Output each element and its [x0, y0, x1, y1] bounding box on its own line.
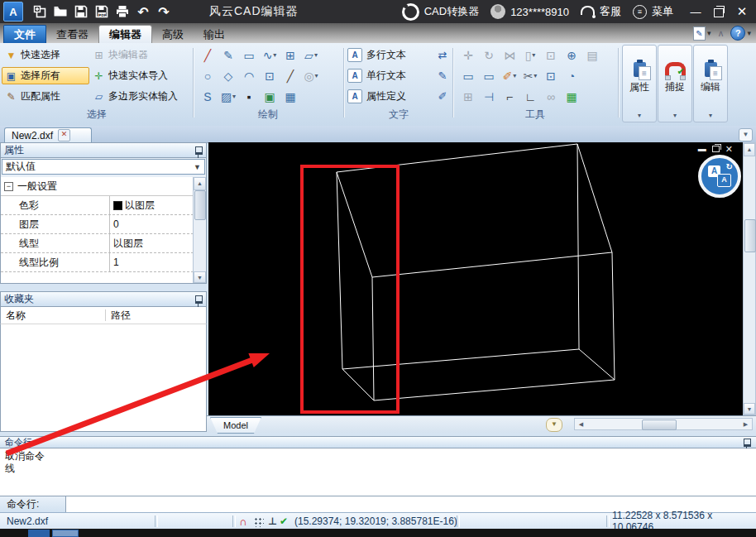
layout-chevron-button[interactable]: ▼ [546, 418, 562, 432]
command-panel-header[interactable]: 命令行 [0, 436, 756, 448]
ortho-toggle-icon[interactable]: ✔ [280, 513, 288, 530]
add-layer-icon[interactable]: ▦ [562, 88, 581, 106]
property-row[interactable]: 图层0 [1, 215, 206, 234]
table-icon[interactable]: ▦ [281, 88, 299, 106]
property-row[interactable]: 线型比例1 [1, 253, 206, 272]
arc-icon[interactable]: ◠ [240, 67, 258, 85]
scroll-right-icon[interactable]: ▶ [739, 419, 752, 429]
zoom-previous-icon[interactable]: ▭ [480, 67, 498, 85]
multiline-text-button[interactable]: A多行文本⇄ [347, 45, 450, 65]
quick-edit-button[interactable]: ✎▾ [693, 26, 711, 41]
line-icon[interactable]: ╱ [199, 46, 217, 65]
account-label[interactable]: 123****8910 [510, 6, 569, 18]
column-path[interactable]: 路径 [106, 309, 131, 323]
zoom-window-icon[interactable]: ▭ [459, 67, 477, 85]
scroll-thumb[interactable] [642, 420, 677, 430]
print-icon[interactable] [112, 3, 132, 20]
command-history[interactable]: 取消命令 线 [0, 448, 756, 496]
trim-icon[interactable]: ✂▾ [521, 67, 539, 85]
pin-icon[interactable] [744, 439, 751, 447]
sketch-icon[interactable]: ✎ [219, 46, 237, 65]
property-row[interactable]: 线型以图层 [1, 234, 206, 253]
viewport-restore-icon[interactable] [712, 146, 720, 152]
scroll-left-icon[interactable]: ◀ [575, 419, 587, 429]
copy-object-icon[interactable]: ⊡ [542, 67, 560, 85]
help-button[interactable]: ?▾ [730, 26, 751, 41]
vertical-scrollbar[interactable]: ▲ ▼ [743, 142, 756, 415]
viewport-minimize-icon[interactable]: ▬ [698, 145, 706, 153]
close-button[interactable]: ✕ [733, 3, 751, 20]
redo-icon[interactable]: ↷ [154, 3, 174, 20]
model-tab[interactable]: Model [210, 417, 261, 434]
circle-icon[interactable]: ○ [199, 67, 217, 85]
property-section[interactable]: − 一般设置 [1, 177, 206, 196]
tab-file[interactable]: 文件 [3, 25, 46, 43]
single-line-text-button[interactable]: A单行文本✎ [347, 65, 450, 86]
undo-icon[interactable]: ↶ [133, 3, 153, 20]
select-all-button[interactable]: ▣选择所有 [2, 67, 89, 84]
edit-text-icon[interactable]: ✎ [435, 70, 450, 82]
polygon-entity-input-button[interactable]: ▱多边形实体输入 [89, 88, 190, 105]
avatar[interactable] [490, 4, 505, 19]
perpendicular-toggle-icon[interactable]: ⊥ [268, 513, 277, 530]
property-row[interactable]: 色彩以图层 [1, 196, 206, 215]
hatch-icon[interactable]: ▨▾ [219, 88, 237, 106]
fillet-icon[interactable]: ⌐ [500, 88, 519, 106]
attribute-definition-button[interactable]: A属性定义✐ [347, 86, 450, 107]
ellipse-icon[interactable]: ◇ [219, 67, 237, 85]
horizontal-scrollbar[interactable]: ◀ ▶ [574, 418, 753, 430]
scroll-up-icon[interactable]: ▲ [194, 177, 206, 190]
cad-converter-icon[interactable] [402, 3, 419, 21]
menu-link[interactable]: 菜单 [652, 4, 673, 19]
time-icon[interactable]: ◔ [562, 67, 581, 85]
save-icon[interactable] [71, 3, 91, 20]
erase-icon[interactable]: ✐▾ [500, 67, 519, 85]
snap-big-button[interactable]: ✔ 捕捉 ▾ [658, 45, 692, 122]
favorites-list[interactable] [0, 324, 207, 432]
open-folder-icon[interactable] [50, 3, 70, 20]
tab-close-icon[interactable]: ✕ [58, 129, 70, 141]
tab-viewer[interactable]: 查看器 [46, 26, 98, 43]
translate-floating-button[interactable]: A A ↻ [698, 155, 741, 198]
construction-line-icon[interactable]: ╱ [281, 67, 299, 85]
maximize-button[interactable] [710, 3, 728, 20]
tab-overflow-chevron[interactable]: ▼ [739, 128, 753, 141]
block-page-icon[interactable]: ⊡ [261, 67, 279, 85]
stretch-icon[interactable]: ⊣ [480, 88, 498, 106]
chamfer-icon[interactable]: ∟ [521, 88, 539, 106]
new-file-icon[interactable] [30, 3, 50, 20]
support-link[interactable]: 客服 [600, 4, 621, 19]
favorites-panel-header[interactable]: 收藏夹 [0, 291, 207, 307]
spline-icon[interactable]: S [199, 88, 217, 106]
polygon-icon[interactable]: ▱▾ [302, 46, 320, 65]
edit-attribute-icon[interactable]: ✐ [435, 90, 450, 103]
minimize-button[interactable]: — [687, 3, 705, 20]
document-tab[interactable]: New2.dxf ✕ [4, 127, 92, 142]
insert-block-icon[interactable]: ⊞ [281, 46, 299, 65]
rectangle-icon[interactable]: ▭ [240, 46, 258, 65]
tab-advanced[interactable]: 高级 [152, 26, 194, 43]
image-icon[interactable]: ▣ [261, 88, 279, 106]
scroll-thumb[interactable] [744, 219, 756, 252]
tab-output[interactable]: 输出 [194, 26, 235, 43]
quick-entity-import-button[interactable]: ✛快速实体导入 [89, 67, 190, 84]
pin-icon[interactable] [195, 295, 203, 304]
tab-editor[interactable]: 编辑器 [98, 25, 152, 43]
cad-converter-link[interactable]: CAD转换器 [424, 4, 479, 19]
pin-icon[interactable] [195, 146, 203, 155]
properties-scrollbar[interactable]: ▲ ▼ [193, 177, 206, 283]
preset-dropdown[interactable]: 默认值 ▼ [2, 159, 205, 175]
point-icon[interactable]: ▪ [240, 88, 258, 106]
quick-select-button[interactable]: ▼快速选择 [2, 46, 89, 64]
field-icon[interactable]: ⇄ [435, 49, 450, 61]
scroll-thumb[interactable] [194, 190, 206, 220]
grid-toggle-icon[interactable] [253, 513, 264, 530]
save-as-pdf-icon[interactable]: PDF [92, 3, 112, 20]
match-properties-button[interactable]: ✎匹配属性 [2, 88, 89, 105]
paste-with-time-icon[interactable]: ⊕ [562, 46, 581, 65]
drawing-canvas[interactable]: ▬ ✕ A A ↻ [208, 142, 743, 415]
scroll-down-icon[interactable]: ▼ [744, 403, 755, 415]
properties-big-button[interactable]: 属性 ▾ [622, 45, 657, 122]
menu-icon[interactable]: ≡ [633, 5, 647, 19]
headset-icon[interactable] [581, 6, 595, 15]
